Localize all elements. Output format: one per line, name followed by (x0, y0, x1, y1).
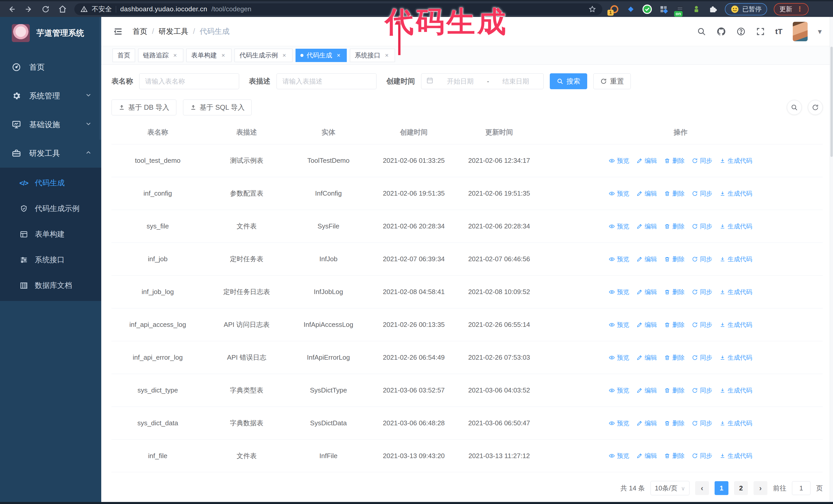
generate-code-link[interactable]: 生成代码 (719, 221, 752, 231)
paused-extension-pill[interactable]: 已暂停 (725, 3, 767, 16)
extension-bot-icon[interactable] (691, 4, 702, 15)
edit-link[interactable]: 编辑 (636, 221, 657, 231)
generate-code-link[interactable]: 生成代码 (719, 451, 752, 460)
tab-close-icon[interactable] (335, 52, 342, 59)
sync-link[interactable]: 同步 (692, 320, 712, 330)
page-scrollbar[interactable] (830, 17, 833, 502)
chrome-menu-icon[interactable] (796, 6, 803, 12)
sync-link[interactable]: 同步 (692, 189, 712, 198)
browser-back-icon[interactable] (7, 4, 17, 14)
avatar[interactable] (793, 22, 808, 41)
extensions-puzzle-icon[interactable] (708, 4, 718, 15)
preview-link[interactable]: 预览 (609, 320, 629, 330)
delete-link[interactable]: 删除 (664, 386, 685, 395)
tab-form-builder[interactable]: 表单构建 (186, 49, 232, 62)
delete-link[interactable]: 删除 (664, 418, 685, 428)
edit-link[interactable]: 编辑 (636, 353, 657, 362)
edit-link[interactable]: 编辑 (636, 156, 657, 165)
edit-link[interactable]: 编辑 (636, 287, 657, 296)
tab-close-icon[interactable] (220, 52, 227, 59)
preview-link[interactable]: 预览 (609, 418, 629, 428)
next-page-button[interactable] (754, 481, 767, 495)
edit-link[interactable]: 编辑 (636, 451, 657, 460)
sidebar-item-devtools[interactable]: 研发工具 (0, 139, 101, 168)
generate-code-link[interactable]: 生成代码 (719, 353, 752, 362)
refresh-table-button[interactable] (808, 100, 823, 115)
edit-link[interactable]: 编辑 (636, 320, 657, 330)
tab-trace[interactable]: 链路追踪 (138, 49, 183, 62)
page-button-1[interactable]: 1 (715, 481, 729, 495)
sync-link[interactable]: 同步 (692, 287, 712, 296)
tab-system-api[interactable]: 系统接口 (350, 49, 395, 62)
delete-link[interactable]: 删除 (664, 254, 685, 264)
delete-link[interactable]: 删除 (664, 320, 685, 330)
sidebar-item-system-api[interactable]: 系统接口 (0, 247, 101, 273)
extension-on-icon[interactable]: on (674, 4, 685, 15)
page-button-2[interactable]: 2 (734, 481, 748, 495)
sidebar-item-home[interactable]: 首页 (0, 53, 101, 81)
preview-link[interactable]: 预览 (609, 156, 629, 165)
preview-link[interactable]: 预览 (609, 221, 629, 231)
edit-link[interactable]: 编辑 (636, 418, 657, 428)
edit-link[interactable]: 编辑 (636, 189, 657, 198)
browser-refresh-icon[interactable] (41, 4, 51, 14)
end-date-placeholder[interactable]: 结束日期 (493, 77, 539, 86)
sync-link[interactable]: 同步 (692, 254, 712, 264)
sync-link[interactable]: 同步 (692, 451, 712, 460)
table-desc-input[interactable] (277, 73, 377, 89)
search-button[interactable]: 搜索 (550, 73, 587, 89)
delete-link[interactable]: 删除 (664, 353, 685, 362)
app-logo-row[interactable]: 芋道管理系统 (0, 17, 101, 48)
preview-link[interactable]: 预览 (609, 189, 629, 198)
generate-code-link[interactable]: 生成代码 (719, 189, 752, 198)
collapse-menu-icon[interactable] (113, 26, 124, 37)
tab-codegen-demo[interactable]: 代码生成示例 (235, 49, 292, 62)
fullscreen-icon[interactable] (756, 27, 765, 36)
generate-code-link[interactable]: 生成代码 (719, 386, 752, 395)
import-sql-button[interactable]: 基于 SQL 导入 (183, 99, 252, 115)
generate-code-link[interactable]: 生成代码 (719, 156, 752, 165)
sync-link[interactable]: 同步 (692, 353, 712, 362)
github-icon[interactable] (716, 27, 726, 37)
extension-diamond-icon[interactable] (625, 4, 636, 15)
preview-link[interactable]: 预览 (609, 353, 629, 362)
sidebar-item-codegen-demo[interactable]: 代码生成示例 (0, 196, 101, 221)
tab-close-icon[interactable] (383, 52, 390, 59)
create-time-range-picker[interactable]: 开始日期 - 结束日期 (421, 73, 544, 89)
browser-home-icon[interactable] (57, 4, 68, 14)
search-icon[interactable] (697, 27, 706, 36)
sync-link[interactable]: 同步 (692, 418, 712, 428)
generate-code-link[interactable]: 生成代码 (719, 418, 752, 428)
generate-code-link[interactable]: 生成代码 (719, 287, 752, 296)
sidebar-item-db-doc[interactable]: 数据库文档 (0, 273, 101, 298)
toggle-search-button[interactable] (787, 100, 802, 115)
preview-link[interactable]: 预览 (609, 287, 629, 296)
address-bar[interactable]: 不安全 dashboard.yudao.iocoder.cn/tool/code… (74, 3, 602, 15)
tab-close-icon[interactable] (172, 52, 178, 59)
security-label[interactable]: 不安全 (92, 5, 112, 14)
scrollbar-thumb[interactable] (830, 47, 833, 157)
sidebar-scrollbar[interactable] (99, 17, 101, 140)
page-size-select[interactable]: 10条/页 (650, 481, 689, 495)
generate-code-link[interactable]: 生成代码 (719, 254, 752, 264)
sidebar-item-infra[interactable]: 基础设施 (0, 110, 101, 139)
sidebar-item-form-builder[interactable]: 表单构建 (0, 221, 101, 247)
avatar-caret-icon[interactable] (818, 27, 822, 36)
table-name-input[interactable] (139, 73, 239, 89)
browser-forward-icon[interactable] (24, 4, 34, 14)
edit-link[interactable]: 编辑 (636, 386, 657, 395)
edit-link[interactable]: 编辑 (636, 254, 657, 264)
breadcrumb-home[interactable]: 首页 (133, 26, 147, 37)
bookmark-star-icon[interactable] (589, 5, 596, 13)
preview-link[interactable]: 预览 (609, 386, 629, 395)
extension-grid-icon[interactable] (658, 4, 669, 15)
tab-close-icon[interactable] (281, 52, 288, 59)
sidebar-item-codegen[interactable]: 代码生成 (0, 170, 101, 196)
sync-link[interactable]: 同步 (692, 221, 712, 231)
sync-link[interactable]: 同步 (692, 156, 712, 165)
update-browser-button[interactable]: 更新 (774, 3, 809, 16)
sidebar-item-system[interactable]: 系统管理 (0, 81, 101, 110)
delete-link[interactable]: 删除 (664, 451, 685, 460)
preview-link[interactable]: 预览 (609, 254, 629, 264)
help-icon[interactable] (736, 27, 745, 36)
